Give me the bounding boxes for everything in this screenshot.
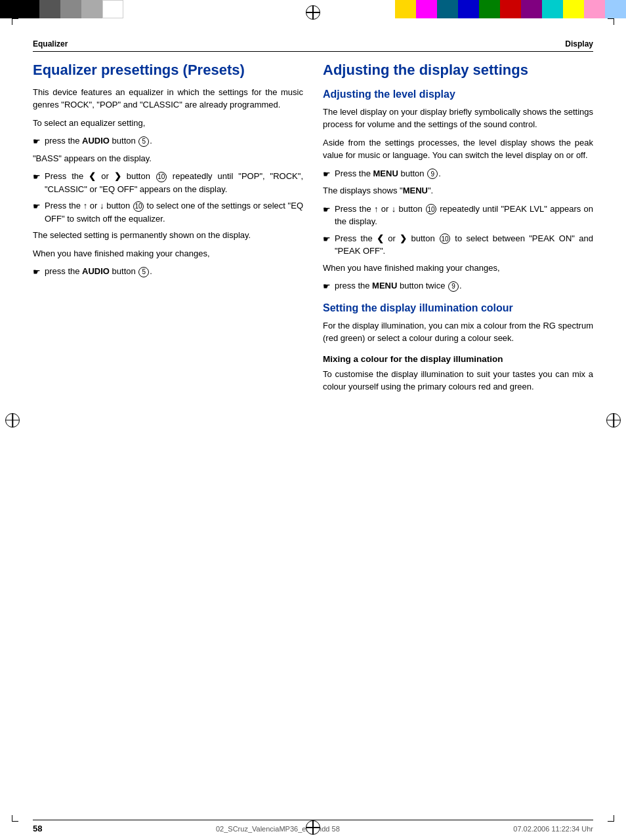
- sub1-intro: The level display on your display briefl…: [323, 106, 593, 131]
- right-inst1-text: Press the MENU button 9.: [335, 167, 593, 180]
- right-inst4: ☛ Press the ❮ or ❯ button 10 to select b…: [323, 232, 593, 258]
- corner-tr: [608, 18, 614, 25]
- cb-yellow: [395, 0, 416, 18]
- cb-gray: [60, 0, 81, 18]
- cb-purple: [521, 0, 542, 18]
- corner-br: [608, 815, 614, 822]
- arrow-icon-1: ☛: [33, 135, 41, 148]
- left-inst2: ☛ press the AUDIO button 5.: [33, 134, 303, 148]
- cb-yellow2: [563, 0, 584, 18]
- circle-10-2: 10: [133, 201, 144, 212]
- cb-white: [102, 0, 123, 18]
- circle-10-r2: 10: [440, 233, 450, 244]
- cb-ltblue: [605, 0, 626, 18]
- left-inst2-text: press the AUDIO button 5.: [45, 134, 303, 148]
- audio-bold-2: AUDIO: [82, 266, 110, 276]
- right-inst3-text: Press the ↑ or ↓ button 10 repeatedly un…: [335, 203, 593, 228]
- cb-lightgray: [81, 0, 102, 18]
- circle-10-1: 10: [156, 172, 167, 182]
- left-inst3: "BASS" appears on the display.: [33, 152, 303, 165]
- right-body2: When you have finished making your chang…: [323, 262, 593, 275]
- right-column: Adjusting the display settings Adjusting…: [323, 61, 593, 399]
- right-inst4-text: Press the ❮ or ❯ button 10 to select bet…: [335, 232, 593, 258]
- sub2-title: Setting the display illumination colour: [323, 302, 593, 314]
- circle-9-2: 9: [448, 281, 459, 292]
- circle-5-2: 5: [138, 267, 149, 277]
- left-inst5-text: Press the ↑ or ↓ button 10 to select one…: [45, 199, 303, 225]
- corner-tl: [12, 18, 18, 25]
- right-inst3: ☛ Press the ↑ or ↓ button 10 repeatedly …: [323, 203, 593, 228]
- corner-bl: [12, 815, 18, 822]
- left-inst7: When you have finished making your chang…: [33, 247, 303, 260]
- btn-up-1: ↑: [83, 201, 88, 210]
- cb-pink: [584, 0, 605, 18]
- btn-left-1: ❮: [89, 171, 96, 181]
- arrow-icon-4: ☛: [33, 266, 41, 279]
- right-inst2: The displays shows "MENU".: [323, 184, 593, 197]
- crosshair-right: [606, 413, 621, 428]
- btn-right-1: ❯: [114, 171, 121, 181]
- crosshair-bottom: [306, 820, 320, 835]
- sub1-body: Aside from the settings processes, the l…: [323, 136, 593, 162]
- btn-left-r1: ❮: [377, 233, 384, 243]
- header-left: Equalizer: [33, 39, 68, 49]
- footer-filename: 02_SCruz_ValenciaMP36_eng.indd 58: [216, 825, 340, 833]
- left-intro: This device features an equalizer in whi…: [33, 86, 303, 111]
- left-column: Equalizer presettings (Presets) This dev…: [33, 61, 303, 399]
- crosshair-left: [5, 413, 20, 428]
- cb-spacer: [123, 0, 259, 18]
- btn-down-1: ↓: [100, 201, 104, 210]
- left-section-title: Equalizer presettings (Presets): [33, 61, 303, 79]
- cb-black: [0, 0, 39, 18]
- cb-cyan-dark: [437, 0, 458, 18]
- left-inst8: ☛ press the AUDIO button 5.: [33, 265, 303, 279]
- footer-date: 07.02.2006 11:22:34 Uhr: [513, 825, 593, 833]
- left-inst6: The selected setting is permanently show…: [33, 229, 303, 242]
- cb-darkgray: [39, 0, 60, 18]
- cb-magenta: [416, 0, 437, 18]
- btn-down-r1: ↓: [392, 204, 396, 214]
- arrow-icon-r3: ☛: [323, 233, 331, 246]
- sub2-sub1-body: To customise the display illumination to…: [323, 368, 593, 393]
- cb-cyan: [542, 0, 563, 18]
- arrow-icon-r1: ☛: [323, 168, 331, 181]
- right-inst1: ☛ Press the MENU button 9.: [323, 167, 593, 181]
- right-section-title: Adjusting the display settings: [323, 61, 593, 79]
- arrow-icon-r4: ☛: [323, 280, 331, 293]
- left-inst1: To select an equalizer setting,: [33, 117, 303, 130]
- two-col-layout: Equalizer presettings (Presets) This dev…: [33, 61, 593, 399]
- audio-bold-1: AUDIO: [82, 136, 110, 146]
- right-inst5-text: press the MENU button twice 9.: [335, 279, 593, 292]
- sub2-sub1-title: Mixing a colour for the display illumina…: [323, 354, 593, 364]
- circle-10-r1: 10: [426, 204, 436, 214]
- menu-bold-1: MENU: [373, 169, 398, 178]
- page-number: 58: [33, 824, 42, 833]
- cb-red: [500, 0, 521, 18]
- arrow-icon-2: ☛: [33, 170, 41, 184]
- menu-display-text: MENU: [403, 186, 428, 195]
- left-inst5: ☛ Press the ↑ or ↓ button 10 to select o…: [33, 199, 303, 225]
- cb-blue: [458, 0, 479, 18]
- sub2-intro: For the display illumination, you can mi…: [323, 319, 593, 345]
- left-inst4: ☛ Press the ❮ or ❯ button 10 repeatedly …: [33, 170, 303, 195]
- crosshair-center-top: [306, 5, 320, 20]
- color-bar: [0, 0, 626, 18]
- header-row: Equalizer Display: [33, 39, 593, 52]
- right-inst5: ☛ press the MENU button twice 9.: [323, 279, 593, 293]
- arrow-icon-3: ☛: [33, 200, 41, 213]
- btn-right-r1: ❯: [400, 233, 407, 243]
- cb-spacer2: [259, 0, 395, 18]
- menu-bold-2: MENU: [372, 281, 397, 290]
- left-inst8-text: press the AUDIO button 5.: [45, 265, 303, 278]
- header-right: Display: [565, 39, 593, 49]
- circle-5-1: 5: [138, 136, 149, 147]
- btn-up-r1: ↑: [374, 204, 379, 214]
- arrow-icon-r2: ☛: [323, 203, 331, 216]
- circle-9-1: 9: [427, 169, 438, 179]
- cb-green: [479, 0, 500, 18]
- main-content: Equalizer Display Equalizer presettings …: [33, 39, 593, 794]
- sub1-title: Adjusting the level display: [323, 89, 593, 100]
- left-inst4-text: Press the ❮ or ❯ button 10 repeatedly un…: [45, 170, 303, 195]
